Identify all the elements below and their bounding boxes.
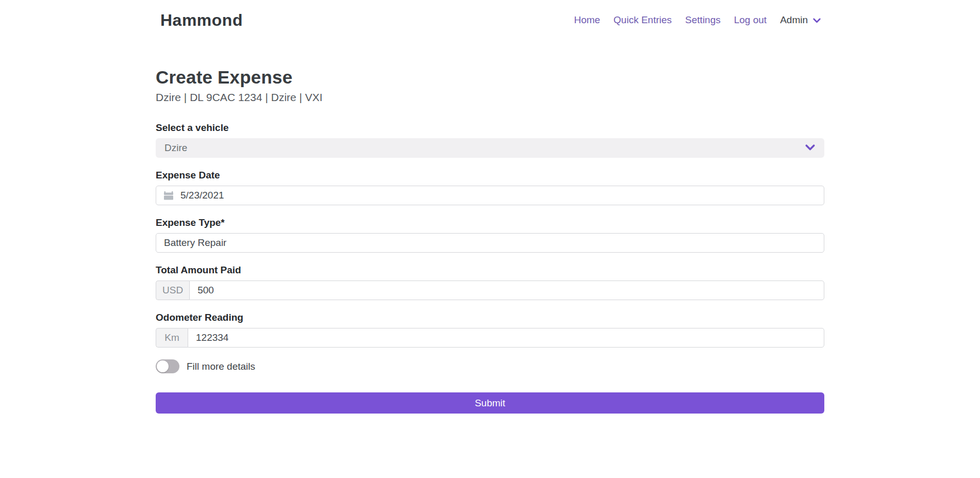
expense-type-field: Expense Type* [156, 217, 824, 253]
total-amount-label: Total Amount Paid [156, 265, 824, 276]
vehicle-label: Select a vehicle [156, 122, 824, 134]
page-subtitle: Dzire | DL 9CAC 1234 | Dzire | VXI [156, 91, 824, 104]
nav-link-home[interactable]: Home [574, 14, 600, 26]
odometer-label: Odometer Reading [156, 312, 824, 323]
nav-link-settings[interactable]: Settings [685, 14, 721, 26]
chevron-down-icon [808, 16, 821, 25]
fill-more-details-label: Fill more details [187, 361, 255, 372]
main-nav: Home Quick Entries Settings Log out Admi… [560, 14, 821, 26]
user-menu-label: Admin [780, 14, 808, 26]
submit-button[interactable]: Submit [156, 392, 824, 414]
user-menu-admin[interactable]: Admin [780, 14, 821, 26]
fill-more-details-row: Fill more details [156, 359, 824, 373]
toggle-knob [157, 360, 169, 372]
create-expense-form: Select a vehicle Dzire Expense Date [156, 122, 824, 414]
odometer-field: Odometer Reading Km [156, 312, 824, 348]
expense-date-input[interactable] [156, 186, 824, 205]
nav-link-quick-entries[interactable]: Quick Entries [613, 14, 672, 26]
odometer-input[interactable] [188, 328, 824, 348]
currency-prefix: USD [156, 281, 189, 300]
nav-link-logout[interactable]: Log out [734, 14, 767, 26]
chevron-down-icon [805, 142, 816, 155]
total-amount-input[interactable] [189, 281, 824, 300]
expense-date-field: Expense Date [156, 170, 824, 205]
brand-logo[interactable]: Hammond [160, 11, 243, 30]
top-navbar: Hammond Home Quick Entries Settings Log … [0, 0, 980, 40]
total-amount-field: Total Amount Paid USD [156, 265, 824, 300]
calendar-icon [163, 190, 174, 201]
expense-type-label: Expense Type* [156, 217, 824, 228]
expense-type-input[interactable] [156, 233, 824, 253]
expense-date-label: Expense Date [156, 170, 824, 181]
fill-more-details-toggle[interactable] [156, 359, 179, 373]
vehicle-select[interactable]: Dzire [156, 138, 824, 158]
distance-unit-prefix: Km [156, 328, 188, 348]
page-title: Create Expense [156, 67, 824, 88]
vehicle-selected-value: Dzire [164, 142, 187, 154]
vehicle-field: Select a vehicle Dzire [156, 122, 824, 158]
